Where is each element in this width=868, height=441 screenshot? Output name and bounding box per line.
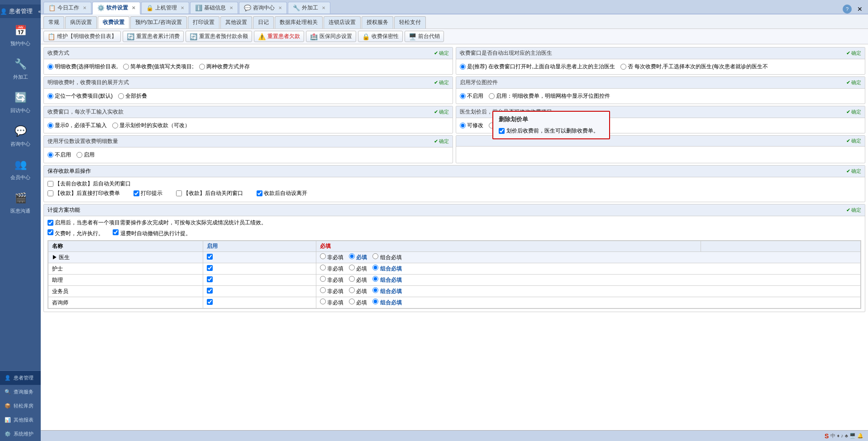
sidebar-item-waijia[interactable]: 🔧 外加工 xyxy=(0,52,41,85)
charge-method-both-radio[interactable] xyxy=(199,64,205,70)
tab-software-settings[interactable]: ⚙️ 软件设置 ✕ xyxy=(92,2,140,14)
print-prompt[interactable]: 打印提示 xyxy=(134,190,162,197)
tab-consult-close[interactable]: ✕ xyxy=(278,5,282,10)
auto-leave-after-checkout[interactable]: 收款后自动设离开 xyxy=(257,190,307,197)
charge-method-detail[interactable]: 明细收费(选择明细价目表, xyxy=(48,63,118,71)
print-after-checkout-cb[interactable] xyxy=(48,190,53,196)
display-collapse-radio[interactable] xyxy=(118,93,124,99)
tab-logon-mgmt[interactable]: 🔒 上机管理 ✕ xyxy=(141,2,189,14)
tab-consult[interactable]: 💬 咨询中心 ✕ xyxy=(239,2,287,14)
jiti-enable-cb[interactable] xyxy=(48,220,53,226)
sidebar-item-huiyuan[interactable]: 👥 会员中心 xyxy=(0,152,41,185)
reset-prepay-button[interactable]: 🔄 重置患者预付款余额 xyxy=(186,31,252,42)
popup-checkbox[interactable] xyxy=(499,128,505,134)
charge-privacy-button[interactable]: 🔒 收费保密性 xyxy=(358,31,403,42)
auto-close-after-checkout[interactable]: 【收款】后自动关闭窗口 xyxy=(176,190,243,197)
sub-tab-payment[interactable]: 轻松支付 xyxy=(394,16,426,28)
sidebar-item-yuyue[interactable]: 📅 预约中心 xyxy=(0,18,41,52)
auto-leave-after-checkout-cb[interactable] xyxy=(257,190,262,196)
tooth-widget-yes-radio[interactable] xyxy=(489,93,495,99)
tab-logon-close[interactable]: ✕ xyxy=(181,5,184,10)
row-salesman-enable[interactable] xyxy=(203,286,316,297)
sub-tab-appointment[interactable]: 预约/加工/咨询设置 xyxy=(130,16,187,28)
charge-method-simple[interactable]: 简单收费(值填写大类项目; xyxy=(123,63,193,71)
auto-doctor-yes-radio[interactable] xyxy=(460,64,466,70)
tab-basic-info[interactable]: ℹ️ 基础信息 ✕ xyxy=(190,2,238,14)
charge-method-simple-radio[interactable] xyxy=(123,64,129,70)
show-price-radio[interactable] xyxy=(112,123,118,128)
detail-display-confirm[interactable]: ✔ 确定 xyxy=(434,79,449,86)
print-prompt-cb[interactable] xyxy=(134,190,139,196)
show-zero-radio[interactable] xyxy=(48,123,53,128)
jiti-allow-debt-cb[interactable] xyxy=(48,229,53,235)
can-modify-radio[interactable] xyxy=(460,123,466,128)
tooth-widget-confirm[interactable]: ✔ 确定 xyxy=(846,79,861,86)
display-position-radio[interactable] xyxy=(48,93,53,99)
charge-method-detail-radio[interactable] xyxy=(48,64,53,70)
auto-close-after-front-checkout[interactable]: 【去前台收款】后自动关闭窗口 xyxy=(48,180,131,188)
row-doctor-enable[interactable] xyxy=(203,252,316,263)
sub-tab-normal[interactable]: 常规 xyxy=(43,16,64,28)
row-consultant-enable[interactable] xyxy=(203,297,316,308)
auto-doctor-no-radio[interactable] xyxy=(620,64,626,70)
tab-outsource[interactable]: 🔧 外加工 ✕ xyxy=(288,2,330,14)
tooth-widget-no[interactable]: 不启用 xyxy=(460,92,483,100)
medical-insurance-button[interactable]: 🏥 医保同步设置 xyxy=(306,31,356,42)
sub-tab-chain[interactable]: 连锁店设置 xyxy=(324,16,361,28)
sub-tab-other[interactable]: 其他设置 xyxy=(220,16,252,28)
delete-price-right-confirm[interactable]: ✔ 确定 xyxy=(846,138,861,144)
teeth-count-no[interactable]: 不启用 xyxy=(48,151,71,159)
front-consignment-button[interactable]: 🖥️ 前台代销 xyxy=(405,31,444,42)
sidebar-item-warehouse[interactable]: 📦 轻松库房 xyxy=(0,399,41,413)
auto-close-after-checkout-cb[interactable] xyxy=(176,190,182,196)
row-nurse-enable[interactable] xyxy=(203,263,316,275)
sub-tab-print[interactable]: 打印设置 xyxy=(188,16,219,28)
tab-today-work-close[interactable]: ✕ xyxy=(83,5,86,10)
tab-software-settings-close[interactable]: ✕ xyxy=(132,5,135,10)
tooth-widget-no-radio[interactable] xyxy=(460,93,466,99)
sidebar-item-system[interactable]: ⚙️ 系统维护 xyxy=(0,427,41,441)
sub-tab-db[interactable]: 数据库处理相关 xyxy=(275,16,323,28)
display-position[interactable]: 定位一个收费项目(默认) xyxy=(48,92,113,100)
sub-tab-charge[interactable]: 收费设置 xyxy=(98,16,129,28)
display-collapse[interactable]: 全部折叠 xyxy=(118,92,147,100)
jiti-confirm[interactable]: ✔ 确定 xyxy=(846,206,861,214)
show-price[interactable]: 显示划价时的实收款（可改） xyxy=(112,122,190,129)
tab-outsource-close[interactable]: ✕ xyxy=(322,5,325,10)
teeth-count-yes-radio[interactable] xyxy=(76,152,82,158)
tab-today-work[interactable]: 📋 今日工作 ✕ xyxy=(43,2,91,14)
save-ops-confirm[interactable]: ✔ 确定 xyxy=(846,167,861,175)
can-modify[interactable]: 可修改 xyxy=(460,122,483,129)
window-close-icon[interactable]: ✕ xyxy=(854,5,865,14)
sidebar-item-reports[interactable]: 📊 其他报表 xyxy=(0,413,41,427)
sidebar-item-zixun[interactable]: 💬 咨询中心 xyxy=(0,119,41,152)
jiti-auto-revoke[interactable]: 退费时自动撤销已执行计提。 xyxy=(113,229,191,237)
reset-cumulative-button[interactable]: 🔄 重置患者累计消费 xyxy=(123,31,184,42)
sidebar-item-huifang[interactable]: 🔄 回访中心 xyxy=(0,85,41,119)
sidebar-item-patients[interactable]: 👤 患者管理 xyxy=(0,371,41,385)
teeth-count-confirm[interactable]: ✔ 确定 xyxy=(434,138,449,145)
auto-close-after-front-checkout-cb[interactable] xyxy=(48,181,53,187)
teeth-count-no-radio[interactable] xyxy=(48,152,53,158)
jiti-allow-debt[interactable]: 欠费时，允许执行。 xyxy=(48,229,104,237)
jiti-auto-revoke-cb[interactable] xyxy=(113,229,119,235)
teeth-count-yes[interactable]: 启用 xyxy=(76,151,95,159)
maintain-pricelist-button[interactable]: 📋 维护【明细收费价目表】 xyxy=(43,31,121,42)
sub-tab-diary[interactable]: 日记 xyxy=(253,16,274,28)
charge-method-confirm[interactable]: ✔ 确定 xyxy=(434,50,449,57)
charge-method-both[interactable]: 两种收费方式并存 xyxy=(199,63,250,71)
reset-arrears-button[interactable]: ⚠️ 重置患者欠款 xyxy=(254,31,304,42)
help-button[interactable]: ? xyxy=(843,5,852,14)
sub-tab-auth[interactable]: 授权服务 xyxy=(362,16,393,28)
auto-doctor-yes[interactable]: 是(推荐) 在收费窗口打开时,上面自动显示患者上次的主治医生 xyxy=(460,63,615,71)
print-after-checkout[interactable]: 【收款】后直接打印收费单 xyxy=(48,190,120,197)
charge-window-doctor-confirm[interactable]: ✔ 确定 xyxy=(846,50,861,57)
sidebar-item-yihuan[interactable]: 🎬 医患沟通 xyxy=(0,185,41,219)
row-assistant-enable[interactable] xyxy=(203,275,316,286)
tooth-widget-yes[interactable]: 启用：明细收费单，明细网格中显示牙位图控件 xyxy=(489,92,610,100)
show-zero[interactable]: 显示0，必须手工输入 xyxy=(48,122,107,129)
doctor-price-modify-confirm[interactable]: ✔ 确定 xyxy=(846,109,861,115)
tab-basic-info-close[interactable]: ✕ xyxy=(229,5,233,10)
auto-doctor-no[interactable]: 否 每次收费时,手工选择本次的医生(每次患者就诊的医生不 xyxy=(620,63,768,71)
manual-input-confirm[interactable]: ✔ 确定 xyxy=(434,109,449,115)
